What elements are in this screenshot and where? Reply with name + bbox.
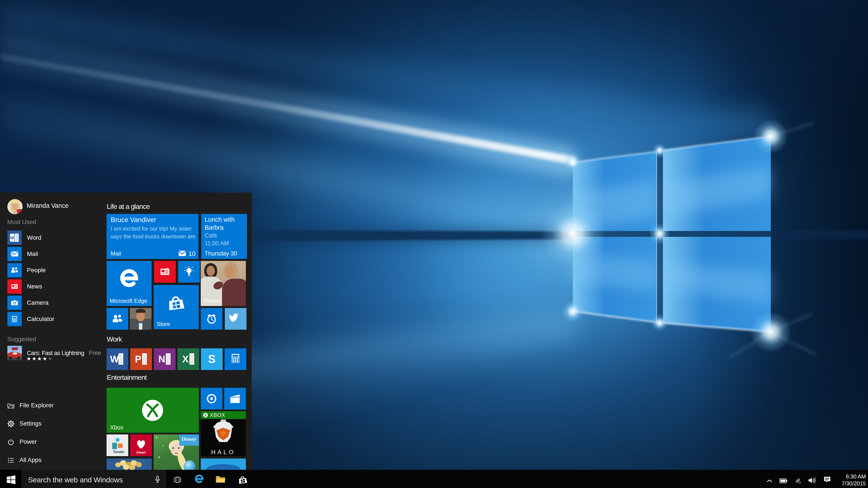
svg-text:P: P	[135, 354, 141, 364]
svg-text:N: N	[158, 354, 165, 364]
svg-text:X: X	[182, 354, 189, 364]
svg-text:iHeart: iHeart	[136, 451, 146, 454]
svg-text:W: W	[10, 236, 14, 240]
svg-text:W: W	[110, 354, 119, 364]
svg-text:S: S	[208, 353, 216, 365]
svg-text:HALO: HALO	[211, 449, 236, 455]
